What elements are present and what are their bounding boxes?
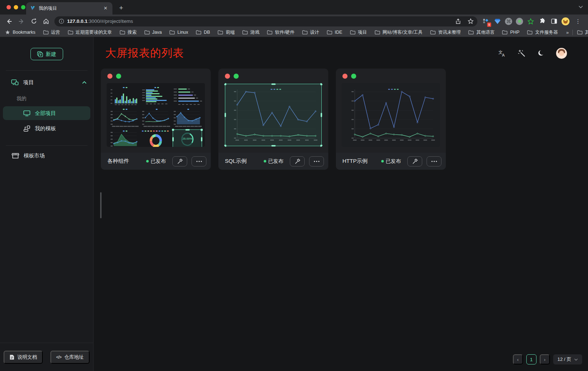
extension-command-icon[interactable]	[505, 18, 512, 25]
share-icon[interactable]	[453, 17, 463, 26]
new-tab-button[interactable]: +	[117, 4, 126, 13]
reload-button[interactable]	[29, 16, 39, 26]
bookmark-folder-item[interactable]: PHP	[502, 30, 519, 35]
next-page-button[interactable]: ›	[540, 354, 550, 364]
project-thumbnail-sql[interactable]	[224, 83, 322, 147]
extensions-puzzle-icon[interactable]	[538, 17, 546, 25]
bookmark-folder-item[interactable]: 搜索	[120, 29, 137, 36]
more-button[interactable]	[192, 156, 206, 166]
bookmarks-overflow-chevron[interactable]: »	[566, 30, 569, 35]
bookmark-folder-item[interactable]: 文件服务器	[527, 29, 558, 36]
url-host: 127.0.0.1	[67, 18, 87, 24]
chevron-up-icon[interactable]	[82, 79, 87, 85]
window-close-button[interactable]	[7, 5, 11, 9]
back-button[interactable]	[4, 16, 14, 26]
extension-tabs-icon[interactable]: 9	[482, 17, 490, 25]
prev-page-button[interactable]: ‹	[513, 354, 523, 364]
folder-icon	[267, 30, 272, 34]
folder-icon	[502, 30, 507, 34]
extensions-cluster: 9 ⋮	[480, 17, 585, 25]
bookmark-folder-item[interactable]: Linux	[169, 30, 188, 35]
bookmark-folder-item[interactable]: 近期需要读的文章	[68, 29, 112, 36]
docs-button[interactable]: 说明文档	[4, 351, 43, 364]
project-card[interactable]: HTTP示例 已发布	[336, 69, 446, 170]
bookmark-folder-item[interactable]: IDE	[327, 30, 342, 35]
sidebar-item-all-projects[interactable]: 全部项目	[3, 106, 90, 120]
red-dot-icon	[225, 74, 230, 79]
project-thumbnail-components[interactable]: 25.00%	[107, 83, 205, 147]
url-text[interactable]: 127.0.0.1:3000/#/project/items	[67, 18, 451, 24]
forward-button[interactable]	[16, 16, 26, 26]
bookmark-folder-item[interactable]: 设计	[302, 29, 319, 36]
folder-icon	[242, 30, 248, 34]
site-info-icon[interactable]	[59, 18, 64, 24]
window-zoom-button[interactable]	[21, 5, 25, 9]
project-card[interactable]: 25.00% 各种组件 已发布	[101, 69, 211, 170]
bookmark-star-icon[interactable]	[466, 17, 475, 26]
header-actions: 文 A	[497, 48, 567, 59]
bookmark-label: 项目	[358, 29, 367, 36]
sidebar-section-projects[interactable]: 项目	[0, 72, 93, 92]
home-button[interactable]	[41, 16, 51, 26]
window-minimize-button[interactable]	[14, 5, 18, 9]
extension-gem-icon[interactable]	[493, 17, 501, 25]
edit-button[interactable]	[290, 156, 305, 166]
sidebar-group-label: 我的	[0, 92, 93, 105]
bookmark-folder-item[interactable]: DB	[196, 30, 210, 35]
dotted-divider	[107, 151, 204, 152]
folder-icon	[196, 30, 201, 34]
scrollbar-thumb[interactable]	[100, 192, 102, 218]
sidebar-item-template-market[interactable]: 模板市场	[3, 149, 90, 162]
mini-chart	[141, 108, 170, 127]
more-button[interactable]	[427, 156, 441, 166]
dark-mode-moon-icon[interactable]	[536, 49, 546, 58]
bookmark-label: IDE	[335, 30, 342, 35]
bookmark-folder-item[interactable]: 运营	[43, 29, 60, 36]
language-icon[interactable]: 文 A	[497, 49, 507, 58]
url-path: :3000/#/project/items	[87, 18, 133, 24]
status-dot-icon	[264, 160, 266, 162]
tab-search-chevron-icon[interactable]	[579, 4, 583, 9]
folder-icon	[144, 30, 150, 34]
bookmark-folder-item[interactable]: 其他语言	[468, 29, 494, 36]
sidebar-item-my-templates[interactable]: 我的模板	[3, 121, 90, 135]
extension-recorder-icon[interactable]	[516, 18, 523, 25]
more-button[interactable]	[309, 156, 324, 166]
bookmark-label: 软件/硬件	[275, 29, 294, 36]
bookmark-folder-item[interactable]: 软件/硬件	[267, 29, 294, 36]
bookmark-label: 其他书签	[585, 29, 588, 36]
bookmark-folder-item[interactable]: 前端	[218, 29, 235, 36]
sidebar-item-label: 全部项目	[35, 110, 56, 117]
profile-avatar-icon[interactable]	[562, 17, 570, 25]
new-project-button[interactable]: 新建	[30, 48, 63, 60]
bookmark-folder-item[interactable]: 游戏	[242, 29, 259, 36]
hammer-icon	[177, 158, 183, 164]
bookmark-folder-item[interactable]: 资讯未整理	[430, 29, 461, 36]
side-panel-icon[interactable]	[550, 17, 558, 25]
address-bar[interactable]: 127.0.0.1:3000/#/project/items	[54, 16, 477, 26]
folder-icon	[68, 30, 73, 34]
browser-tab-active[interactable]: 我的项目 ✕	[26, 2, 112, 15]
mini-chart	[110, 129, 139, 147]
page-size-label: 12 / 页	[558, 356, 571, 363]
tab-close-icon[interactable]: ✕	[102, 5, 109, 12]
project-card[interactable]: SQL示例 已发布	[218, 69, 328, 170]
project-thumbnail-http[interactable]	[342, 83, 440, 147]
edit-button[interactable]	[407, 156, 422, 166]
repo-button[interactable]: </> 仓库地址	[50, 351, 90, 364]
footer-button-label: 仓库地址	[64, 354, 84, 360]
browser-menu-icon[interactable]: ⋮	[573, 18, 583, 25]
user-avatar[interactable]	[556, 48, 567, 59]
bookmark-item-bookmarks[interactable]: Bookmarks	[5, 30, 36, 35]
other-bookmarks-folder[interactable]: 其他书签	[577, 29, 588, 36]
current-page-button[interactable]: 1	[526, 354, 536, 364]
card-footer: 各种组件 已发布	[101, 153, 211, 170]
bookmark-folder-item[interactable]: Java	[144, 30, 162, 35]
bookmark-folder-item[interactable]: 网站/博客/文章/工具	[375, 29, 423, 36]
page-size-select[interactable]: 12 / 页	[553, 354, 582, 364]
extension-star-icon[interactable]	[527, 17, 535, 25]
magic-wand-icon[interactable]	[517, 49, 526, 58]
edit-button[interactable]	[172, 156, 187, 166]
bookmark-folder-item[interactable]: 项目	[350, 29, 367, 36]
browser-tabstrip: 我的项目 ✕ +	[0, 0, 588, 15]
